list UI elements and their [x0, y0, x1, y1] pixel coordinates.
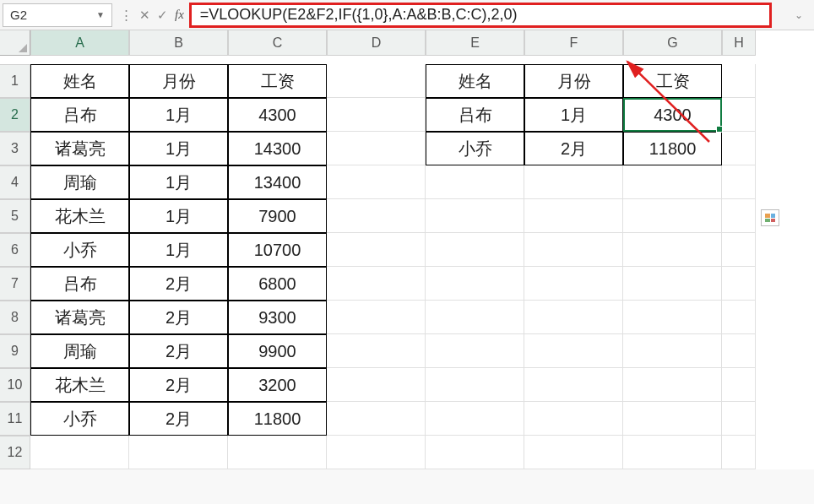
row-header-8[interactable]: 8 [0, 301, 30, 334]
col-header-H[interactable]: H [722, 30, 756, 56]
cell-C2[interactable]: 4300 [228, 98, 327, 132]
col-header-B[interactable]: B [129, 30, 228, 56]
cell-G7[interactable] [623, 267, 722, 301]
cell-F9[interactable] [524, 334, 623, 368]
cell-E10[interactable] [426, 368, 524, 402]
cell-E1[interactable]: 姓名 [426, 64, 524, 98]
cell-G8[interactable] [623, 301, 722, 334]
cell-A3[interactable]: 诸葛亮 [30, 132, 129, 165]
cell-F6[interactable] [524, 233, 623, 267]
cell-C6[interactable]: 10700 [228, 233, 327, 267]
cell-D8[interactable] [327, 301, 426, 334]
cell-H4[interactable] [722, 165, 756, 199]
row-header-12[interactable]: 12 [0, 436, 30, 469]
cell-C7[interactable]: 6800 [228, 267, 327, 301]
cell-A12[interactable] [30, 436, 129, 469]
cell-C12[interactable] [228, 436, 327, 469]
cell-H1[interactable] [722, 64, 756, 98]
cell-E8[interactable] [426, 301, 524, 334]
fx-icon[interactable]: fx [175, 8, 184, 22]
cell-B12[interactable] [129, 436, 228, 469]
cell-H11[interactable] [722, 402, 756, 436]
formula-input[interactable]: =VLOOKUP(E2&F2,IF({1,0},A:A&B:B,C:C),2,0… [200, 6, 518, 24]
row-header-11[interactable]: 11 [0, 402, 30, 436]
cell-E9[interactable] [426, 334, 524, 368]
cell-G2-active[interactable]: 4300 [623, 98, 722, 132]
cell-B4[interactable]: 1月 [129, 165, 228, 199]
cell-F7[interactable] [524, 267, 623, 301]
cell-E2[interactable]: 吕布 [426, 98, 524, 132]
cell-C4[interactable]: 13400 [228, 165, 327, 199]
cell-G4[interactable] [623, 165, 722, 199]
cell-A5[interactable]: 花木兰 [30, 199, 129, 233]
select-all-corner[interactable] [0, 30, 30, 56]
cell-A1[interactable]: 姓名 [30, 64, 129, 98]
row-header-4[interactable]: 4 [0, 165, 30, 199]
cell-H7[interactable] [722, 267, 756, 301]
col-header-D[interactable]: D [327, 30, 426, 56]
cell-D7[interactable] [327, 267, 426, 301]
cell-B9[interactable]: 2月 [129, 334, 228, 368]
cell-B1[interactable]: 月份 [129, 64, 228, 98]
cell-H8[interactable] [722, 301, 756, 334]
row-header-5[interactable]: 5 [0, 199, 30, 233]
cell-C3[interactable]: 14300 [228, 132, 327, 165]
cell-F11[interactable] [524, 402, 623, 436]
cell-E5[interactable] [426, 199, 524, 233]
cell-G1[interactable]: 工资 [623, 64, 722, 98]
cancel-icon[interactable]: ✕ [139, 8, 150, 23]
cell-D1[interactable] [327, 64, 426, 98]
cell-H6[interactable] [722, 233, 756, 267]
cell-E11[interactable] [426, 402, 524, 436]
paste-options-icon[interactable] [761, 209, 779, 226]
cell-G3[interactable]: 11800 [623, 132, 722, 165]
cell-C8[interactable]: 9300 [228, 301, 327, 334]
cell-G5[interactable] [623, 199, 722, 233]
cell-C5[interactable]: 7900 [228, 199, 327, 233]
enter-icon[interactable]: ✓ [157, 8, 168, 23]
cell-D3[interactable] [327, 132, 426, 165]
cell-F10[interactable] [524, 368, 623, 402]
cell-H5[interactable] [722, 199, 756, 233]
cell-A6[interactable]: 小乔 [30, 233, 129, 267]
cell-H12[interactable] [722, 436, 756, 469]
cell-D12[interactable] [327, 436, 426, 469]
cell-C1[interactable]: 工资 [228, 64, 327, 98]
col-header-F[interactable]: F [524, 30, 623, 56]
cell-B2[interactable]: 1月 [129, 98, 228, 132]
name-box[interactable]: G2 ▼ [3, 3, 112, 27]
row-header-10[interactable]: 10 [0, 368, 30, 402]
cell-B8[interactable]: 2月 [129, 301, 228, 334]
cell-A4[interactable]: 周瑜 [30, 165, 129, 199]
cell-F3[interactable]: 2月 [524, 132, 623, 165]
cell-F4[interactable] [524, 165, 623, 199]
cell-E6[interactable] [426, 233, 524, 267]
row-header-6[interactable]: 6 [0, 233, 30, 267]
cell-B7[interactable]: 2月 [129, 267, 228, 301]
cell-H9[interactable] [722, 334, 756, 368]
cell-E12[interactable] [426, 436, 524, 469]
cell-A2[interactable]: 吕布 [30, 98, 129, 132]
cell-C10[interactable]: 3200 [228, 368, 327, 402]
cell-A10[interactable]: 花木兰 [30, 368, 129, 402]
cell-D6[interactable] [327, 233, 426, 267]
cell-E7[interactable] [426, 267, 524, 301]
cell-D11[interactable] [327, 402, 426, 436]
row-header-9[interactable]: 9 [0, 334, 30, 368]
spreadsheet-grid[interactable]: A B C D E F G H 1 姓名 月份 工资 姓名 月份 工资 2 吕布… [0, 30, 814, 469]
cell-H2[interactable] [722, 98, 756, 132]
cell-G9[interactable] [623, 334, 722, 368]
cell-G6[interactable] [623, 233, 722, 267]
cell-D4[interactable] [327, 165, 426, 199]
cell-A11[interactable]: 小乔 [30, 402, 129, 436]
expand-formula-bar-icon[interactable]: ⌄ [795, 9, 803, 21]
cell-F5[interactable] [524, 199, 623, 233]
cell-C11[interactable]: 11800 [228, 402, 327, 436]
cell-G12[interactable] [623, 436, 722, 469]
cell-F2[interactable]: 1月 [524, 98, 623, 132]
cell-D9[interactable] [327, 334, 426, 368]
row-header-7[interactable]: 7 [0, 267, 30, 301]
cell-D10[interactable] [327, 368, 426, 402]
row-header-1[interactable]: 1 [0, 64, 30, 98]
cell-E3[interactable]: 小乔 [426, 132, 524, 165]
